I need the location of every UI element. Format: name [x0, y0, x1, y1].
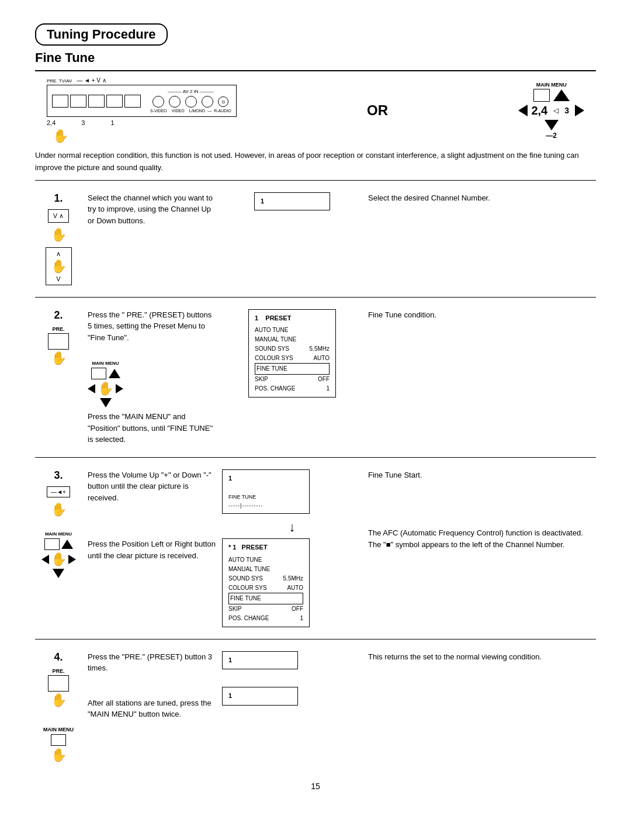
channel-updown-icon: V ∧ — [48, 209, 69, 223]
page-title: Tuning Procedure — [47, 27, 156, 42]
step-4-screen1: 1 — [222, 651, 298, 670]
divider-desc — [35, 180, 596, 181]
step-2-screen: 1 PRESET AUTO TUNE MANUAL TUNE SOUND SYS… — [222, 309, 362, 398]
step-1-row: 1. V ∧ ✋ ∧ ✋ V Select the channel which … — [35, 185, 596, 292]
step-2-row: 2. PRE. ✋ Press the " PRE." (PRESET) but… — [35, 302, 596, 452]
divider-1 — [35, 297, 596, 298]
step-2-icon-col: 2. PRE. ✋ — [35, 309, 82, 366]
description-text: Under normal reception condition, this f… — [35, 150, 596, 174]
step-1-screen: 1 — [222, 192, 362, 211]
step-4-text-col: Press the "PRE." (PRESET) button 3 times… — [88, 651, 216, 720]
step-1-screen-box: 1 — [254, 192, 330, 211]
title-box: Tuning Procedure — [35, 23, 168, 46]
step-3-screens: 1 FINE TUNE -----|--------- ↓ * 1 PRESET… — [222, 469, 362, 627]
step-4-screens: 1 1 — [222, 651, 362, 706]
hand-icon-3a: ✋ — [51, 502, 67, 517]
main-menu-icon-4: MAIN MENU ✋ — [43, 727, 74, 763]
channel-arrows-icon: ∧ ✋ V — [46, 247, 72, 285]
label-3-left: 3 — [81, 119, 85, 126]
pre-btn-icon: PRE. ✋ — [48, 326, 69, 366]
step-4-notes: This returns the set to the normal viewi… — [368, 651, 596, 663]
page-number: 15 — [35, 782, 596, 791]
arrow-down-step3: ↓ — [222, 520, 362, 535]
step-1-text: Select the channel which you want to try… — [88, 192, 216, 227]
divider-3 — [35, 639, 596, 639]
subtitle: Fine Tune — [35, 50, 596, 65]
step-4-screen2: 1 — [222, 687, 298, 706]
divider-top — [35, 70, 596, 71]
or-label: OR — [367, 102, 388, 119]
step-3-notes: Fine Tune Start. The AFC (Automatic Freq… — [368, 469, 596, 551]
step-3-icon-col: 3. —◄+ ✋ MAIN MENU ✋ — [35, 469, 82, 578]
step-4-grid: 4. PRE. ✋ MAIN MENU ✋ Press the "PRE." (… — [35, 651, 596, 763]
step-3-row: 3. —◄+ ✋ MAIN MENU ✋ — [35, 462, 596, 634]
step-3-grid: 3. —◄+ ✋ MAIN MENU ✋ — [35, 469, 596, 627]
main-menu-pos-icon: MAIN MENU ✋ — [41, 531, 76, 578]
divider-2 — [35, 457, 596, 458]
remote-diagram-top: MAIN MENU 2,4 ◁ 3 —2 — [518, 82, 584, 140]
tv-panel: PRE. TV/AV — ◄ + V ∧ ——— AV 2 IN ——— — [47, 77, 237, 144]
step-2-grid: 2. PRE. ✋ Press the " PRE." (PRESET) but… — [35, 309, 596, 445]
pre-btn-icon-4: PRE. ✋ — [48, 668, 69, 708]
step-3-screen2: * 1 PRESET AUTO TUNE MANUAL TUNE SOUND S… — [222, 538, 310, 627]
step-4-row: 4. PRE. ✋ MAIN MENU ✋ Press the "PRE." (… — [35, 644, 596, 770]
step-4-icon-col: 4. PRE. ✋ MAIN MENU ✋ — [35, 651, 82, 763]
step-2-screen-box: 1 PRESET AUTO TUNE MANUAL TUNE SOUND SYS… — [248, 309, 336, 398]
step-2-text-col: Press the " PRE." (PRESET) buttons 5 tim… — [88, 309, 216, 445]
top-diagram: PRE. TV/AV — ◄ + V ∧ ——— AV 2 IN ——— — [35, 77, 596, 144]
step-3-text-col: Press the Volume Up "+" or Down "-" butt… — [88, 469, 216, 562]
hand-icon-top: ✋ — [53, 129, 68, 144]
hand-icon-1: ✋ — [51, 227, 67, 243]
vol-icon: —◄+ — [47, 486, 70, 497]
main-menu-icon-row: MAIN MENU ✋ — [88, 361, 216, 407]
label-24-left: 2,4 — [47, 119, 56, 126]
step-1-icon: 1. V ∧ ✋ ∧ ✋ V — [35, 192, 82, 285]
step-3-screen1: 1 FINE TUNE -----|--------- — [222, 469, 310, 514]
step-1-note: Select the desired Channel Number. — [368, 192, 596, 204]
step-2-note: Fine Tune condition. — [368, 309, 596, 321]
label-1-left: 1 — [110, 119, 114, 126]
